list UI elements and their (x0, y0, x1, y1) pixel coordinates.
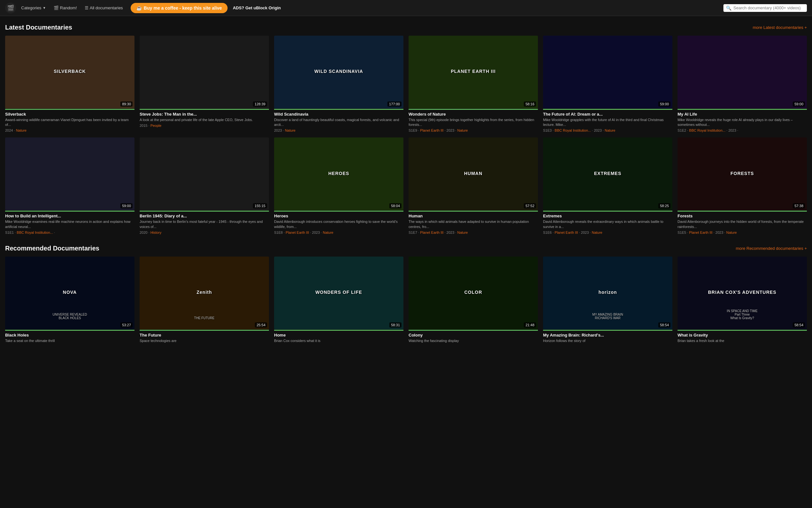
thumb-sub-label: UNIVERSE REVEALED BLACK HOLES (5, 313, 134, 320)
progress-bar (140, 109, 269, 110)
latest-doc-grid-row2: 59:00How to Build an Intelligent...Mike … (5, 137, 807, 234)
doc-description: Watching the fascinating display (409, 338, 538, 343)
search-bar: 🔍 (723, 4, 807, 12)
progress-bar (274, 109, 403, 110)
doc-title: How to Build an Intelligent... (5, 214, 134, 218)
doc-card[interactable]: FORESTS57:38ForestsDavid Attenborough jo… (678, 137, 807, 234)
categories-arrow-icon: ▼ (43, 6, 46, 10)
doc-meta: S1E5 · Planet Earth III · 2023 · Nature (678, 230, 807, 235)
doc-card[interactable]: EXTREMES58:25ExtremesDavid Attenborough … (543, 137, 672, 234)
doc-meta: S1E3 · BBC Royal Institution... · 2023 ·… (543, 128, 672, 132)
doc-title: Wild Scandinavia (274, 112, 403, 117)
thumb-top-label: HUMAN (415, 171, 532, 176)
doc-card[interactable]: HEROES58:04HeroesDavid Attenborough intr… (274, 137, 403, 234)
recommended-section-header: Recommended Documentaries more Recommend… (5, 245, 807, 252)
doc-meta: 2015 · People (140, 124, 269, 127)
progress-bar (409, 109, 538, 110)
doc-title: Black Holes (5, 333, 134, 337)
doc-description: This special (9th) episode brings togeth… (409, 118, 538, 127)
duration-badge: 21:48 (524, 323, 536, 328)
thumb-sub-label: MY AMAZING BRAIN RICHARD'S WAR (543, 313, 672, 320)
duration-badge: 58:25 (658, 203, 671, 208)
doc-card[interactable]: SILVERBACK89:30SilverbackAward-winning w… (5, 36, 134, 132)
search-icon: 🔍 (726, 5, 731, 11)
categories-label: Categories (21, 5, 41, 10)
duration-badge: 25:54 (255, 323, 267, 328)
doc-title: The Future (140, 333, 269, 337)
duration-badge: 155:15 (253, 203, 267, 208)
doc-card[interactable]: ZenithTHE FUTURE25:54The FutureSpace tec… (140, 257, 269, 345)
more-recommended-link[interactable]: more Recommended documentaries + (736, 246, 807, 251)
all-docs-button[interactable]: ☰ All documentaries (82, 4, 126, 11)
thumb-top-label: PLANET EARTH III (415, 69, 532, 74)
adblock-link[interactable]: Get uBlock Origin (245, 5, 281, 10)
coffee-button[interactable]: ☕ Buy me a coffee - keep this site alive (131, 3, 228, 13)
duration-badge: 59:00 (793, 101, 805, 107)
doc-title: Berlin 1945: Diary of a... (140, 214, 269, 218)
doc-title: Extremes (543, 214, 672, 218)
doc-meta: S1E8 · Planet Earth III · 2023 · Nature (274, 230, 403, 235)
doc-card[interactable]: 59:00How to Build an Intelligent...Mike … (5, 137, 134, 234)
progress-bar (409, 330, 538, 331)
doc-description: Mike Wooldridge reveals the huge role AI… (678, 118, 807, 127)
doc-meta: S1E7 · Planet Earth III · 2023 · Nature (409, 230, 538, 235)
doc-title: My Amazing Brain: Richard's... (543, 333, 672, 337)
progress-bar (5, 109, 134, 110)
progress-bar (5, 330, 134, 331)
latest-section-title: Latest Documentaries (5, 24, 72, 31)
duration-badge: 57:52 (524, 203, 536, 208)
doc-card[interactable]: horizonMY AMAZING BRAIN RICHARD'S WAR58:… (543, 257, 672, 345)
doc-title: Forests (678, 214, 807, 218)
doc-card[interactable]: WILD SCANDINAVIA177:00Wild ScandinaviaDi… (274, 36, 403, 132)
search-input[interactable] (733, 5, 804, 10)
doc-card[interactable]: PLANET EARTH III58:16Wonders of NatureTh… (409, 36, 538, 132)
duration-badge: 58:31 (389, 323, 402, 328)
doc-card[interactable]: WONDERS OF LIFE58:31HomeBrian Cox consid… (274, 257, 403, 345)
doc-description: Mike Wooldridge examines real-life machi… (5, 219, 134, 229)
doc-meta: S1E6 · Planet Earth III · 2023 · Nature (543, 230, 672, 235)
logo-icon[interactable]: 🎬 (5, 3, 16, 13)
doc-card[interactable]: HUMAN57:52HumanThe ways in which wild an… (409, 137, 538, 234)
thumb-top-label: EXTREMES (549, 171, 666, 176)
coffee-icon: ☕ (136, 5, 142, 11)
doc-card[interactable]: COLOR21:48ColonyWatching the fascinating… (409, 257, 538, 345)
thumb-top-label: HEROES (280, 171, 397, 176)
doc-description: Horizon follows the story of (543, 338, 672, 343)
doc-description: Brian takes a fresh look at the (678, 338, 807, 343)
progress-bar (5, 211, 134, 212)
categories-button[interactable]: Categories ▼ (18, 4, 48, 11)
duration-badge: 53:27 (120, 323, 133, 328)
doc-title: The Future of AI: Dream or a... (543, 112, 672, 117)
doc-description: Discover a land of hauntingly beautiful … (274, 118, 403, 127)
progress-bar (678, 211, 807, 212)
progress-bar (274, 211, 403, 212)
doc-description: Space technologies are (140, 338, 269, 343)
duration-badge: 58:54 (658, 323, 671, 328)
doc-card[interactable]: BRIAN COX'S ADVENTURESIN SPACE AND TIME … (678, 257, 807, 345)
doc-description: Take a seat on the ultimate thrill (5, 338, 134, 343)
list-icon: ☰ (85, 5, 89, 10)
doc-title: Steve Jobs: The Man in the... (140, 112, 269, 117)
thumb-top-label: FORESTS (684, 171, 801, 176)
thumb-top-label: horizon (549, 290, 666, 295)
doc-title: Heroes (274, 214, 403, 218)
doc-card[interactable]: NOVAUNIVERSE REVEALED BLACK HOLES53:27Bl… (5, 257, 134, 345)
doc-description: David Attenborough introduces conservati… (274, 219, 403, 229)
random-button[interactable]: 🎬 Random! (51, 4, 80, 11)
doc-card[interactable]: 155:15Berlin 1945: Diary of a...Journey … (140, 137, 269, 234)
duration-badge: 177:00 (388, 101, 402, 107)
thumb-top-label: NOVA (11, 290, 128, 295)
doc-card[interactable]: 128:39Steve Jobs: The Man in the...A loo… (140, 36, 269, 132)
doc-card[interactable]: 59:00My AI LifeMike Wooldridge reveals t… (678, 36, 807, 132)
latest-doc-grid: SILVERBACK89:30SilverbackAward-winning w… (5, 36, 807, 132)
doc-title: Colony (409, 333, 538, 337)
doc-meta: S1E2 · BBC Royal Institution... · 2023 · (678, 128, 807, 132)
doc-card[interactable]: 59:00The Future of AI: Dream or a...Mike… (543, 36, 672, 132)
doc-title: Home (274, 333, 403, 337)
doc-title: What is Gravity (678, 333, 807, 337)
doc-description: Mike Wooldridge grapples with the future… (543, 118, 672, 127)
more-latest-link[interactable]: more Latest documentaries + (753, 25, 807, 30)
doc-title: Human (409, 214, 538, 218)
progress-bar (274, 330, 403, 331)
doc-meta: S1E9 · Planet Earth III · 2023 · Nature (409, 128, 538, 132)
